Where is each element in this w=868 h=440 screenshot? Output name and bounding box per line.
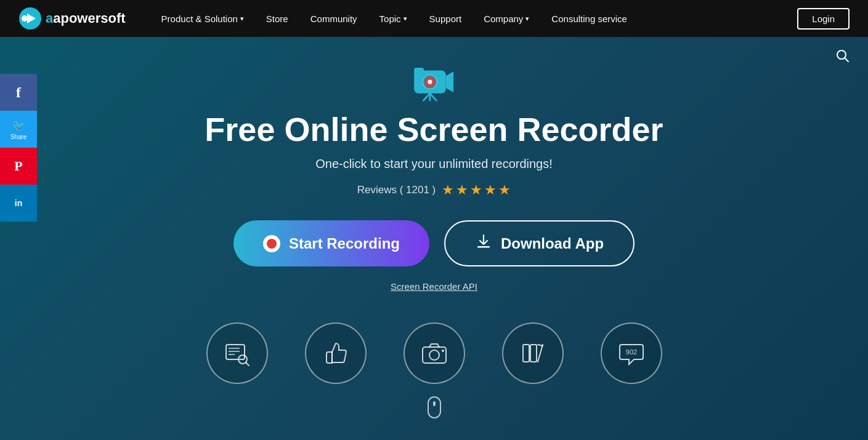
chevron-down-icon: ▾ <box>404 15 407 23</box>
svg-point-8 <box>428 80 432 84</box>
feature-icon-thumbsup[interactable] <box>305 322 367 384</box>
linkedin-icon: in <box>15 198 22 208</box>
social-sidebar: f 🐦 Share P in <box>0 74 37 222</box>
nav-right: Login <box>797 8 850 30</box>
star-4: ★ <box>484 182 497 198</box>
feature-icons-row: 902 <box>157 322 712 384</box>
svg-point-23 <box>429 350 439 360</box>
login-button[interactable]: Login <box>797 8 850 30</box>
hero-subtitle: One-click to start your unlimited record… <box>157 157 712 171</box>
feature-icon-search[interactable] <box>206 322 268 384</box>
pinterest-icon: P <box>14 158 22 174</box>
nav-item-community[interactable]: Community <box>299 0 368 37</box>
stars-container: ★ ★ ★ ★ ★ <box>442 182 511 198</box>
star-2: ★ <box>456 182 468 198</box>
api-link[interactable]: Screen Recorder API <box>391 281 477 292</box>
reviews-row: Reviews ( 1201 ) ★ ★ ★ ★ ★ <box>157 182 712 198</box>
svg-marker-14 <box>445 71 453 92</box>
svg-line-4 <box>845 58 848 62</box>
chevron-down-icon: ▾ <box>240 15 244 23</box>
hero-section: f 🐦 Share P in <box>0 37 868 440</box>
reviews-text: Reviews ( 1201 ) <box>357 184 436 196</box>
download-app-label: Download App <box>501 235 604 252</box>
screen-recorder-icon <box>410 58 459 102</box>
feature-icon-camera[interactable] <box>404 322 465 384</box>
scroll-indicator <box>157 396 712 418</box>
start-recording-label: Start Recording <box>289 235 400 252</box>
hero-title: Free Online Screen Recorder <box>157 110 712 148</box>
star-3: ★ <box>470 182 482 198</box>
logo-icon <box>18 7 42 30</box>
twitter-share[interactable]: 🐦 Share <box>0 111 37 148</box>
twitter-icon: 🐦 <box>12 119 25 132</box>
download-app-button[interactable]: Download App <box>444 220 635 266</box>
hero-buttons: Start Recording Download App <box>157 220 712 266</box>
svg-rect-25 <box>523 345 529 362</box>
star-1: ★ <box>442 182 454 198</box>
feature-icon-chat[interactable]: 902 <box>601 322 662 384</box>
hero-content: Free Online Screen Recorder One-click to… <box>157 58 712 418</box>
svg-rect-16 <box>226 345 245 359</box>
star-5: ★ <box>498 182 511 198</box>
svg-line-13 <box>429 94 436 101</box>
facebook-icon: f <box>16 84 21 101</box>
logo-text: aapowersoft <box>46 10 126 26</box>
svg-rect-9 <box>414 68 424 74</box>
svg-line-21 <box>246 362 249 366</box>
svg-rect-22 <box>423 347 446 363</box>
svg-point-24 <box>442 350 444 352</box>
hero-app-icon <box>410 58 459 104</box>
nav-item-topic[interactable]: Topic ▾ <box>368 0 418 37</box>
nav-item-product-solution[interactable]: Product & Solution ▾ <box>150 0 255 37</box>
svg-text:902: 902 <box>625 348 636 356</box>
svg-rect-15 <box>477 246 490 248</box>
svg-point-2 <box>22 15 28 22</box>
navbar: aapowersoft Product & Solution ▾ Store C… <box>0 0 868 37</box>
search-icon[interactable] <box>836 49 850 66</box>
scroll-dot <box>433 401 436 406</box>
record-indicator <box>263 235 280 252</box>
nav-links: Product & Solution ▾ Store Community Top… <box>150 0 798 37</box>
api-link-container: Screen Recorder API <box>157 281 712 316</box>
download-icon <box>475 233 492 254</box>
svg-rect-26 <box>530 345 537 362</box>
nav-item-support[interactable]: Support <box>418 0 473 37</box>
start-recording-button[interactable]: Start Recording <box>233 220 429 266</box>
nav-item-company[interactable]: Company ▾ <box>473 0 540 37</box>
logo[interactable]: aapowersoft <box>18 7 126 30</box>
feature-icon-books[interactable] <box>502 322 564 384</box>
nav-item-consulting[interactable]: Consulting service <box>540 0 638 37</box>
facebook-share[interactable]: f <box>0 74 37 111</box>
twitter-label: Share <box>10 134 27 140</box>
pinterest-share[interactable]: P <box>0 148 37 185</box>
scroll-mouse <box>428 396 441 418</box>
chevron-down-icon: ▾ <box>525 15 529 23</box>
linkedin-share[interactable]: in <box>0 185 37 222</box>
nav-item-store[interactable]: Store <box>255 0 299 37</box>
record-dot-inner <box>267 239 277 249</box>
svg-line-11 <box>423 94 430 101</box>
